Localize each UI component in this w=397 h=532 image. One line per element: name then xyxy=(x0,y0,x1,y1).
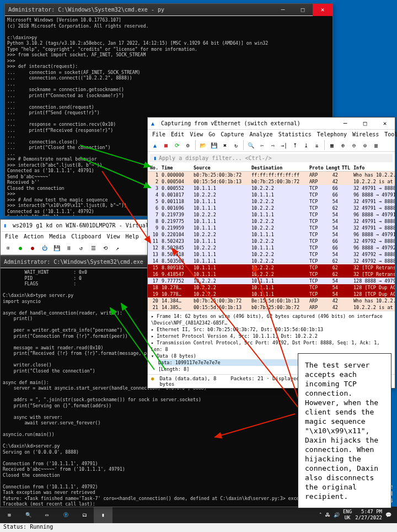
reset-icon[interactable]: ↺ xyxy=(76,242,87,253)
menu-go[interactable]: Go xyxy=(208,131,215,137)
revert-icon[interactable]: ⟲ xyxy=(100,242,111,253)
network-icon[interactable]: 🖧 xyxy=(325,512,330,518)
menu-clipboard[interactable]: Clipboard xyxy=(71,233,101,240)
menu-media[interactable]: Media xyxy=(49,233,66,240)
menu-telephony[interactable]: Telephony xyxy=(317,131,347,137)
wireshark-toolbar[interactable]: ▲ ■ ⟳ ⚙ 📂 💾 ✖ ↻ 🔍 ⇦ ⇨ →| ⤒ ⤓ ⇊ ▦ ⊕ ⊖ ⊜ ▥ xyxy=(148,139,395,152)
pause-icon[interactable]: ⏸ xyxy=(63,242,74,253)
resize-cols-icon[interactable]: ▥ xyxy=(371,140,381,150)
menu-analyze[interactable]: Analyze xyxy=(249,131,272,137)
jump-icon[interactable]: →| xyxy=(279,140,289,150)
wireshark-titlebar[interactable]: ▲ Capturing from vEthernet (switch_exter… xyxy=(148,118,395,130)
packet-row[interactable]: 179.77775210.2.2.210.1.1.1TCP54128 8888 … xyxy=(148,278,395,284)
stop-capture-icon[interactable]: ■ xyxy=(161,140,171,150)
turnoff-icon[interactable]: ● xyxy=(27,242,38,253)
expert-icon[interactable]: ● xyxy=(151,376,154,387)
prev-icon[interactable]: ⇦ xyxy=(257,140,267,150)
options-icon[interactable]: ⚙ xyxy=(183,140,193,150)
reload-icon[interactable]: ↻ xyxy=(231,140,241,150)
packet-row[interactable]: 20.00050400:15:5d:60:1b:13b0:7b:25:00:3b… xyxy=(148,178,395,185)
packet-row[interactable]: 128.50284510.2.2.210.1.1.1TCP6696 8888 →… xyxy=(148,244,395,251)
volume-icon[interactable]: 🔊 xyxy=(334,512,340,518)
task-view-icon[interactable]: ▭ xyxy=(37,507,56,523)
last-icon[interactable]: ⤓ xyxy=(301,140,311,150)
zoom-in-icon[interactable]: ⊕ xyxy=(338,140,348,150)
open-icon[interactable]: 📂 xyxy=(198,140,208,150)
packet-row[interactable]: 169.41854710.1.1.110.2.2.2TCP6232 [TCP R… xyxy=(148,271,395,278)
packet-row[interactable]: 40.00101710.2.2.210.1.1.1TCP6696 8888 → … xyxy=(148,191,395,198)
close-icon[interactable]: ✕ xyxy=(313,4,332,16)
taskbar[interactable]: ⊞ 🔍 ▭ ⓔ 🗂 ▮ ˄ 🖧 🔊 ENG UK 5:47 PM 2/27/20… xyxy=(0,507,397,523)
packet-row[interactable]: 1910.778…10.2.2.210.1.1.1TCP54128 [TCP D… xyxy=(148,291,395,297)
menu-tools[interactable]: Tools xyxy=(384,131,397,137)
start-capture-icon[interactable]: ▲ xyxy=(150,140,160,150)
display-filter-input[interactable]: ▮ Apply a display filter... <Ctrl-/> xyxy=(150,154,393,162)
packet-row[interactable]: 90.21995910.1.1.110.2.2.2TCP5432 49791 →… xyxy=(148,225,395,231)
wireshark-title: Capturing from vEthernet (switch_externa… xyxy=(158,120,335,126)
ie-icon[interactable]: ⓔ xyxy=(56,507,75,523)
start-button[interactable]: ⊞ xyxy=(0,507,19,523)
start-icon[interactable]: ● xyxy=(15,242,26,253)
zoom-reset-icon[interactable]: ⊜ xyxy=(360,140,370,150)
next-icon[interactable]: ⇨ xyxy=(268,140,278,150)
save-icon[interactable]: 💾 xyxy=(209,140,219,150)
bookmark-icon[interactable]: ▮ xyxy=(153,155,157,161)
search-icon[interactable]: 🔍 xyxy=(19,507,37,523)
menu-edit[interactable]: Edit xyxy=(171,131,184,137)
packet-row[interactable]: 50.00111810.1.1.110.2.2.2TCP5432 49791 →… xyxy=(148,198,395,205)
wireshark-menu[interactable]: FileEditViewGoCaptureAnalyzeStatisticsTe… xyxy=(148,130,395,139)
packet-list[interactable]: No. Time Source Destination Proto Length… xyxy=(148,164,395,311)
packet-row[interactable]: 60.00169610.1.1.110.2.2.2TCP6232 49791 →… xyxy=(148,205,395,211)
min-icon[interactable]: ─ xyxy=(273,4,293,16)
cmd-client-title: Administrator: C:\Windows\System32\cmd.e… xyxy=(5,7,273,13)
explorer-icon[interactable]: 🗂 xyxy=(75,507,94,523)
min-icon[interactable]: ─ xyxy=(335,118,355,130)
packet-row[interactable]: 2114.385…00:15:5d:60:1b:13b0:7b:25:00:3b… xyxy=(148,304,395,311)
cmd-client-titlebar[interactable]: Administrator: C:\Windows\System32\cmd.e… xyxy=(5,4,332,16)
max-icon[interactable]: □ xyxy=(293,4,313,16)
share-icon[interactable]: ↗ xyxy=(112,242,123,253)
vmconnect-status: Status: Running xyxy=(0,523,397,532)
packet-row[interactable]: 138.50301810.1.1.110.2.2.2TCP5432 49792 … xyxy=(148,251,395,258)
packet-row[interactable]: 1810.278…10.2.2.210.1.1.1TCP54128 [TCP D… xyxy=(148,284,395,291)
packet-row[interactable]: 80.21977510.1.1.110.2.2.2TCP5432 49791 →… xyxy=(148,218,395,225)
save-icon[interactable]: 💾 xyxy=(51,242,62,253)
menu-file[interactable]: File xyxy=(5,233,18,240)
close-icon[interactable]: ✕ xyxy=(375,118,395,130)
packet-row[interactable]: 158.80918210.1.1.110.2.2.2TCP6232 [TCP R… xyxy=(148,264,395,271)
packet-row[interactable]: 148.50356810.1.1.110.2.2.2TCP6232 49792 … xyxy=(148,258,395,264)
zoom-out-icon[interactable]: ⊖ xyxy=(349,140,359,150)
first-icon[interactable]: ⤒ xyxy=(290,140,300,150)
shutdown-icon[interactable]: ⏻ xyxy=(39,242,50,253)
cmd-taskbar-icon[interactable]: ▮ xyxy=(94,507,112,523)
packet-headers[interactable]: No. Time Source Destination Proto Length… xyxy=(148,164,395,172)
menu-statistics[interactable]: Statistics xyxy=(278,131,312,137)
menu-file[interactable]: File xyxy=(152,131,165,137)
menu-wireless[interactable]: Wireless xyxy=(352,131,379,137)
packet-row[interactable]: 118.50242310.1.1.110.2.2.2TCP6632 49792 … xyxy=(148,238,395,244)
restart-capture-icon[interactable]: ⟳ xyxy=(172,140,182,150)
tray-up-icon[interactable]: ˄ xyxy=(319,512,322,518)
ctrl-alt-del-icon[interactable]: ⌧ xyxy=(3,242,14,253)
max-icon[interactable]: □ xyxy=(355,118,375,130)
menu-action[interactable]: Action xyxy=(24,233,44,240)
colorize-icon[interactable]: ▦ xyxy=(327,140,337,150)
packet-row[interactable]: 100.22010410.2.2.210.1.1.1TCP5496 8888 →… xyxy=(148,231,395,238)
menu-view[interactable]: View xyxy=(190,131,203,137)
checkpoint-icon[interactable]: ☰ xyxy=(88,242,99,253)
packet-row[interactable]: 10.000000b0:7b:25:00:3b:72ff:ff:ff:ff:ff… xyxy=(148,172,395,178)
packet-row[interactable]: 2014.384…b0:7b:25:00:3b:72Be:15:5d:60:1b… xyxy=(148,297,395,304)
find-icon[interactable]: 🔍 xyxy=(246,140,256,150)
packet-row[interactable]: 70.21973910.2.2.210.1.1.1TCP5496 8888 → … xyxy=(148,211,395,218)
autoscroll-icon[interactable]: ⇊ xyxy=(312,140,322,150)
menu-help[interactable]: Help xyxy=(126,233,139,240)
close-file-icon[interactable]: ✖ xyxy=(220,140,230,150)
action-center-icon[interactable]: 💬 xyxy=(385,512,391,518)
annotation-callout: The test server accepts each incoming TC… xyxy=(298,353,391,508)
menu-capture[interactable]: Capture xyxy=(221,131,244,137)
packet-row[interactable]: 30.00055210.1.1.110.2.2.2TCP6632 49791 →… xyxy=(148,185,395,191)
menu-view[interactable]: View xyxy=(107,233,120,240)
wireshark-window: ▲ Capturing from vEthernet (switch_exter… xyxy=(147,117,395,389)
system-tray[interactable]: ˄ 🖧 🔊 ENG UK 5:47 PM 2/27/2022 💬 xyxy=(319,509,397,521)
